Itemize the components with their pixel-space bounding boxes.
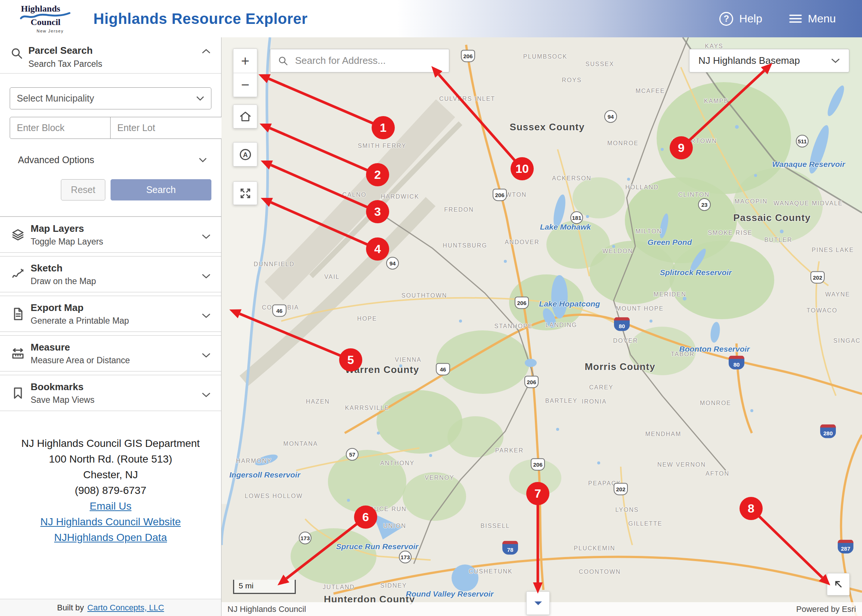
app-header: Highlands Council New Jersey Highlands R… [0,0,862,37]
help-icon: ? [719,12,733,26]
contact-line: NJ Highlands Council GIS Department [0,436,221,451]
chevron-down-icon [202,353,211,358]
chevron-down-icon [199,157,207,162]
chevron-down-icon [202,392,211,398]
section-subtitle: Measure Area or Distance [31,355,202,366]
council-website-link[interactable]: NJ Highlands Council Website [40,514,181,530]
contact-line: Chester, NJ [0,467,221,483]
highlands-council-logo: Highlands Council New Jersey [19,3,72,35]
open-data-link[interactable]: NJHighlands Open Data [54,530,167,545]
sidebar-item-export-map[interactable]: Export Map Generate a Printable Map [0,296,221,332]
contact-line: (908) 879-6737 [0,483,221,498]
address-search-input[interactable] [295,55,442,66]
section-subtitle: Toggle Map Layers [31,237,202,247]
sketch-icon [11,268,25,281]
contact-block: NJ Highlands Council GIS Department 100 … [0,436,221,545]
sidebar-item-measure[interactable]: Measure Measure Area or Distance [0,335,221,371]
parcel-search-title: Parcel Search [28,45,202,57]
zoom-in-button[interactable]: + [233,49,257,73]
map-canvas[interactable] [222,37,862,616]
bottom-drawer-toggle-button[interactable] [526,591,550,615]
basemap-selector-value: NJ Highlands Basemap [698,55,800,66]
layers-icon [11,228,25,242]
built-by-label: Built by [57,603,84,613]
bookmark-icon [11,387,25,400]
export-pdf-icon [11,307,25,321]
app-title: Highlands Resource Explorer [93,11,308,27]
help-button[interactable]: ? Help [719,12,762,26]
zoom-control: + − [233,49,257,97]
sidebar-footer: Built by Carto Concepts, LLC [0,599,221,616]
section-title: Map Layers [31,223,202,234]
menu-icon [789,14,802,24]
map-view[interactable]: Sussex CountyPassaic CountyMorris County… [222,37,862,616]
svg-text:Highlands: Highlands [21,4,60,13]
svg-text:A: A [243,151,248,158]
section-title: Export Map [31,302,202,314]
email-us-link[interactable]: Email Us [90,498,132,514]
chevron-down-icon [202,313,211,319]
section-title: Measure [31,342,202,353]
svg-text:New Jersey: New Jersey [36,29,63,33]
header-actions: ? Help Menu [719,12,836,26]
expand-icon [239,187,252,200]
parcel-search-panel: Select Municipality Advanced Options [0,87,221,217]
locate-a-button[interactable]: A [233,142,257,167]
chevron-down-icon [831,58,840,63]
section-title: Sketch [31,262,202,274]
chevron-up-icon [202,49,211,54]
map-corner-arrow-button[interactable] [827,573,850,596]
search-icon [11,47,23,60]
contact-line: 100 North Rd. (Route 513) [0,451,221,467]
measure-icon [11,347,25,360]
basemap-selector[interactable]: NJ Highlands Basemap [689,49,849,72]
scale-bar: 5 mi [233,580,296,594]
arrow-up-left-icon [833,579,844,589]
chevron-down-icon [196,96,204,101]
section-subtitle: Draw on the Map [31,276,202,286]
parcel-search-header[interactable]: Parcel Search Search Tax Parcels [0,37,221,74]
section-title: Bookmarks [31,381,202,393]
sidebar-item-sketch[interactable]: Sketch Draw on the Map [0,256,221,292]
municipality-select[interactable]: Select Municipality [10,87,211,109]
reset-button[interactable]: Reset [61,179,105,201]
circle-a-icon: A [239,148,252,161]
chevron-down-icon [534,601,543,606]
menu-button[interactable]: Menu [789,12,836,25]
carto-concepts-link[interactable]: Carto Concepts, LLC [87,603,164,613]
sidebar: Parcel Search Search Tax Parcels Select … [0,37,222,616]
attribution-left: NJ Highlands Council [228,604,306,614]
block-lot-inputs [10,117,211,139]
search-button[interactable]: Search [110,179,211,201]
app-root: Highlands Council New Jersey Highlands R… [0,0,862,616]
home-button[interactable] [233,105,257,129]
svg-text:Council: Council [31,17,60,27]
menu-label: Menu [808,12,836,25]
chevron-down-icon [202,273,211,279]
sidebar-item-bookmarks[interactable]: Bookmarks Save Map Views [0,375,221,411]
attribution-right: Powered by Esri [796,604,856,614]
chevron-down-icon [202,234,211,239]
advanced-options-toggle[interactable]: Advanced Options [10,154,211,165]
search-icon [278,56,288,66]
sidebar-item-map-layers[interactable]: Map Layers Toggle Map Layers [0,217,221,253]
parcel-search-subtitle: Search Tax Parcels [28,59,202,69]
section-subtitle: Save Map Views [31,395,202,405]
advanced-options-label: Advanced Options [18,154,94,165]
help-label: Help [739,12,762,25]
fullscreen-button[interactable] [233,181,257,205]
address-search-bar [270,49,449,72]
zoom-out-button[interactable]: − [233,73,257,97]
block-input[interactable] [10,117,110,139]
home-icon [239,110,252,123]
section-subtitle: Generate a Printable Map [31,316,202,326]
municipality-select-value: Select Municipality [17,93,94,104]
